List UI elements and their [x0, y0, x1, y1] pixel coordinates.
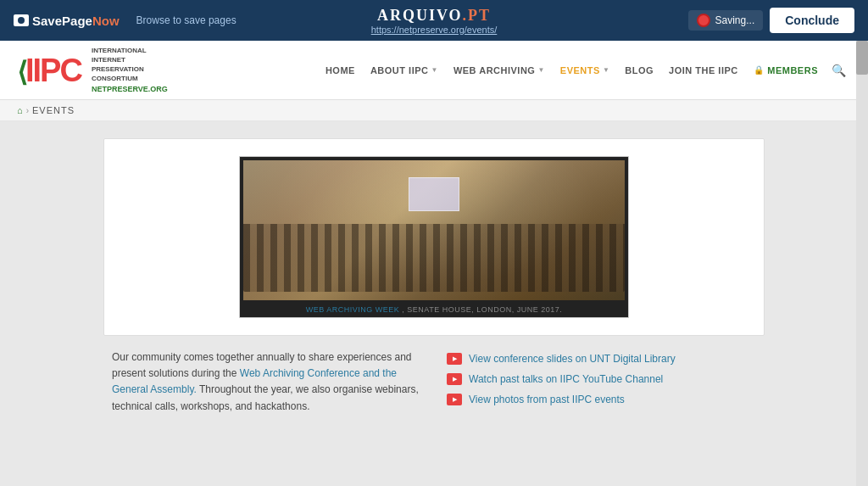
logo-area: ⟨IIPC INTERNATIONAL INTERNET PRESERVATIO…: [17, 46, 237, 94]
nav-about[interactable]: ABOUT IIPC▼: [364, 60, 445, 81]
resource-label-photos: View photos from past IIPC events: [469, 394, 625, 405]
image-caption: WEB ARCHIVING WEEK , SENATE HOUSE, LONDO…: [243, 305, 625, 314]
nav-blog[interactable]: BLOG: [618, 60, 660, 81]
saving-indicator: Saving...: [688, 10, 764, 31]
resource-label-slides: View conference slides on UNT Digital Li…: [469, 353, 676, 365]
video-icon: [447, 373, 462, 385]
photos-icon: [447, 394, 462, 405]
iipc-letters: ⟨IIPC: [17, 54, 81, 87]
brand-label: SavePageNow: [32, 14, 120, 28]
conf-screen: [409, 177, 459, 211]
lock-icon: 🔒: [754, 65, 765, 75]
breadcrumb-current: EVENTS: [32, 105, 75, 115]
scrollbar[interactable]: [856, 41, 868, 486]
resource-link-slides[interactable]: View conference slides on UNT Digital Li…: [447, 353, 756, 365]
arquivo-url[interactable]: https://netpreserve.org/events/: [371, 25, 498, 35]
slides-icon: [447, 353, 462, 365]
image-frame: WEB ARCHIVING WEEK , SENATE HOUSE, LONDO…: [239, 156, 629, 318]
nav-events[interactable]: EVENTS▼: [554, 60, 616, 81]
iipc-logo: ⟨IIPC: [17, 54, 81, 87]
top-bar-center: ARQUIVO.PT https://netpreserve.org/event…: [371, 7, 498, 35]
nav-join[interactable]: JOIN THE IIPC: [662, 60, 745, 81]
conference-image: [243, 160, 625, 300]
camera-icon: [14, 14, 29, 26]
resource-link-photos[interactable]: View photos from past IIPC events: [447, 394, 756, 405]
browse-link[interactable]: Browse to save pages: [136, 14, 236, 26]
description-col: Our community comes together annually to…: [112, 349, 421, 415]
search-icon[interactable]: 🔍: [826, 59, 851, 82]
breadcrumb-separator: ›: [26, 106, 29, 115]
nav-home[interactable]: HOME: [319, 60, 362, 81]
conf-people: [243, 224, 625, 292]
saving-dot: [697, 14, 710, 27]
saving-text: Saving...: [715, 14, 755, 26]
nav-menu: HOME ABOUT IIPC▼ WEB ARCHIVING▼ EVENTS▼ …: [237, 59, 851, 82]
scrollbar-thumb[interactable]: [856, 41, 868, 75]
logo-text-block: INTERNATIONAL INTERNET PRESERVATION CONS…: [92, 46, 168, 94]
arquivo-logo: ARQUIVO.PT: [371, 7, 498, 25]
save-page-now: SavePageNow: [14, 14, 120, 28]
breadcrumb: ⌂ › EVENTS: [0, 100, 868, 121]
resource-link-talks[interactable]: Watch past talks on IIPC YouTube Channel: [447, 373, 756, 385]
resource-label-talks: Watch past talks on IIPC YouTube Channel: [469, 373, 663, 385]
top-bar-left: SavePageNow Browse to save pages: [14, 14, 236, 28]
nav-members[interactable]: 🔒 Members: [747, 60, 825, 81]
top-bar-right: Saving... Conclude: [688, 8, 854, 33]
image-caption-link[interactable]: WEB ARCHIVING WEEK: [306, 305, 400, 314]
top-bar: SavePageNow Browse to save pages ARQUIVO…: [0, 0, 868, 41]
logo-subtitle: INTERNATIONAL INTERNET PRESERVATION CONS…: [92, 46, 168, 94]
conclude-button[interactable]: Conclude: [770, 8, 854, 33]
nav-bar: ⟨IIPC INTERNATIONAL INTERNET PRESERVATIO…: [0, 41, 868, 100]
breadcrumb-home-icon[interactable]: ⌂: [17, 105, 23, 115]
resource-links: View conference slides on UNT Digital Li…: [447, 349, 756, 415]
lower-content: Our community comes together annually to…: [103, 349, 765, 415]
main-content: WEB ARCHIVING WEEK , SENATE HOUSE, LONDO…: [0, 121, 868, 486]
content-card: WEB ARCHIVING WEEK , SENATE HOUSE, LONDO…: [103, 138, 765, 336]
nav-web-archiving[interactable]: WEB ARCHIVING▼: [447, 60, 552, 81]
